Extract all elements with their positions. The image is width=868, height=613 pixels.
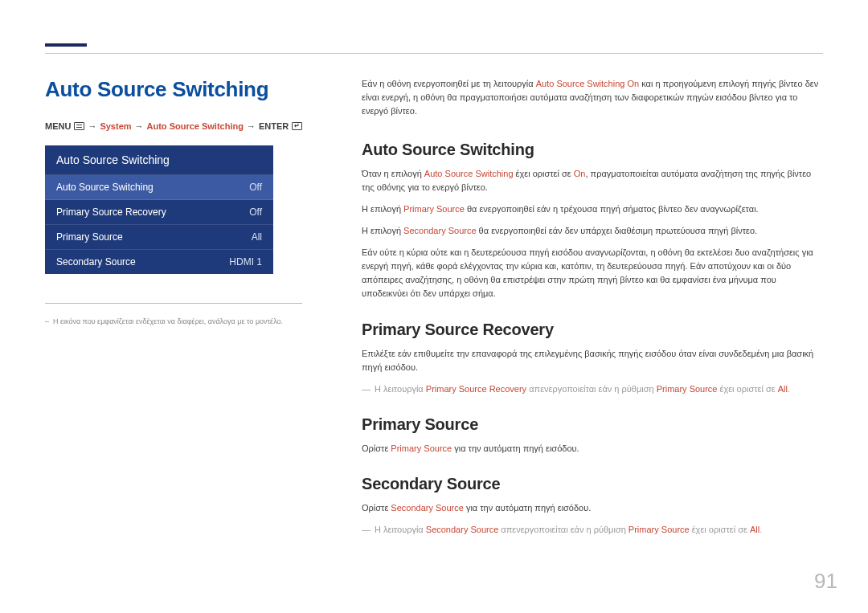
page-title: Auto Source Switching: [45, 77, 322, 102]
header-rule: [45, 53, 823, 54]
body-text: Εάν ούτε η κύρια ούτε και η δευτερεύουσα…: [362, 246, 823, 300]
settings-menu: Auto Source Switching Auto Source Switch…: [45, 145, 273, 274]
settings-menu-value: Off: [249, 182, 262, 193]
arrow-icon: →: [88, 121, 96, 131]
page-number: 91: [814, 569, 837, 594]
settings-menu-row[interactable]: Primary Source Recovery Off: [45, 200, 273, 225]
settings-menu-label: Auto Source Switching: [56, 182, 154, 193]
body-text: Ορίστε Primary Source για την αυτόματη π…: [362, 442, 823, 456]
note-text: ―Η λειτουργία Primary Source Recovery απ…: [362, 382, 823, 396]
body-text: Όταν η επιλογή Auto Source Switching έχε…: [362, 167, 823, 194]
arrow-icon: →: [247, 121, 256, 131]
footnote-text: Η εικόνα που εμφανίζεται ενδέχεται να δι…: [53, 317, 302, 328]
section-heading-recovery: Primary Source Recovery: [362, 321, 823, 339]
note-text: ―Η λειτουργία Secondary Source απενεργοπ…: [362, 523, 823, 537]
settings-menu-header: Auto Source Switching: [45, 145, 273, 175]
settings-menu-row[interactable]: Secondary Source HDMI 1: [45, 250, 273, 274]
note-dash-icon: ―: [362, 523, 375, 537]
body-text: Η επιλογή Primary Source θα ενεργοποιηθε…: [362, 202, 823, 216]
body-text: Η επιλογή Secondary Source θα ενεργοποιη…: [362, 224, 823, 238]
enter-icon: [292, 122, 302, 130]
content-column: Εάν η οθόνη ενεργοποιηθεί με τη λειτουργ…: [362, 77, 823, 537]
settings-menu-label: Primary Source: [56, 231, 123, 243]
breadcrumb-enter: ENTER: [259, 121, 289, 131]
intro-paragraph: Εάν η οθόνη ενεργοποιηθεί με τη λειτουργ…: [362, 77, 823, 118]
section-heading-auto: Auto Source Switching: [362, 141, 823, 159]
settings-menu-row[interactable]: Primary Source All: [45, 225, 273, 250]
breadcrumb: MENU → System → Auto Source Switching → …: [45, 121, 322, 131]
settings-menu-label: Secondary Source: [56, 256, 136, 268]
settings-menu-value: HDMI 1: [229, 256, 262, 268]
breadcrumb-menu: MENU: [45, 121, 71, 131]
breadcrumb-system: System: [100, 121, 131, 131]
settings-menu-label: Primary Source Recovery: [56, 206, 166, 218]
left-column: Auto Source Switching MENU → System → Au…: [45, 77, 322, 328]
note-dash-icon: ―: [362, 382, 375, 396]
settings-menu-row[interactable]: Auto Source Switching Off: [45, 175, 273, 200]
settings-menu-value: Off: [249, 206, 262, 218]
section-heading-secondary: Secondary Source: [362, 475, 823, 493]
footnote-block: – Η εικόνα που εμφανίζεται ενδέχεται να …: [45, 303, 302, 328]
breadcrumb-auto: Auto Source Switching: [147, 121, 244, 131]
settings-menu-value: All: [252, 231, 262, 243]
header-marker: [45, 43, 87, 47]
arrow-icon: →: [135, 121, 144, 131]
body-text: Ορίστε Secondary Source για την αυτόματη…: [362, 501, 823, 515]
footnote-dash: –: [45, 317, 49, 328]
menu-icon: [74, 122, 84, 130]
body-text: Επιλέξτε εάν επιθυμείτε την επαναφορά τη…: [362, 347, 823, 374]
section-heading-primary: Primary Source: [362, 415, 823, 434]
